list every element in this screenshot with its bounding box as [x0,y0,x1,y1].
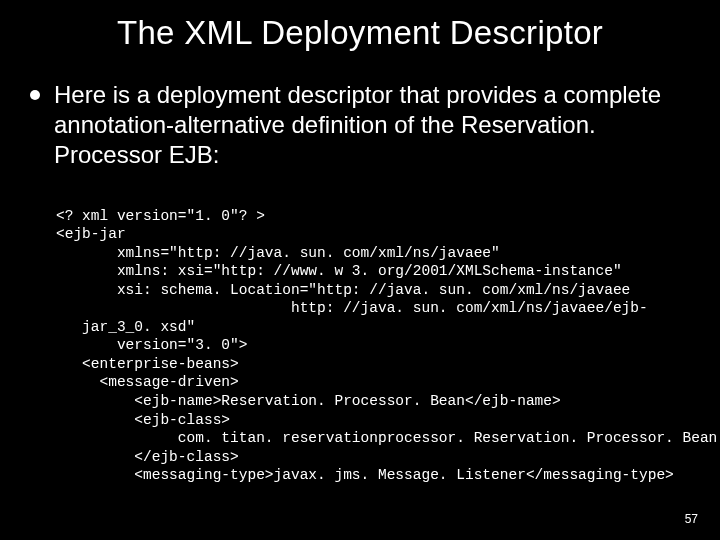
code-block: <? xml version="1. 0"? > <ejb-jar xmlns=… [56,188,690,503]
bullet-item: Here is a deployment descriptor that pro… [30,80,690,170]
code-line: <message-driven> [56,374,239,390]
bullet-icon [30,90,40,100]
code-line: <? xml version="1. 0"? > [56,208,265,224]
code-line: <enterprise-beans> [56,356,239,372]
code-line: version="3. 0"> [56,337,247,353]
code-line: xmlns: xsi="http: //www. w 3. org/2001/X… [56,263,622,279]
code-line: <ejb-jar [56,226,126,242]
code-line: <ejb-class> [56,412,230,428]
code-line: jar_3_0. xsd" [56,319,195,335]
slide: The XML Deployment Descriptor Here is a … [0,0,720,540]
code-line: xsi: schema. Location="http: //java. sun… [56,282,630,298]
code-line: com. titan. reservationprocessor. Reserv… [56,430,717,446]
slide-title: The XML Deployment Descriptor [0,14,720,52]
code-line: http: //java. sun. com/xml/ns/javaee/ejb… [56,300,648,316]
code-line: </ejb-class> [56,449,239,465]
slide-body: Here is a deployment descriptor that pro… [30,80,690,503]
code-line: <messaging-type>javax. jms. Message. Lis… [56,467,674,483]
bullet-text: Here is a deployment descriptor that pro… [54,80,690,170]
code-line: xmlns="http: //java. sun. com/xml/ns/jav… [56,245,500,261]
page-number: 57 [685,512,698,526]
code-line: <ejb-name>Reservation. Processor. Bean</… [56,393,561,409]
